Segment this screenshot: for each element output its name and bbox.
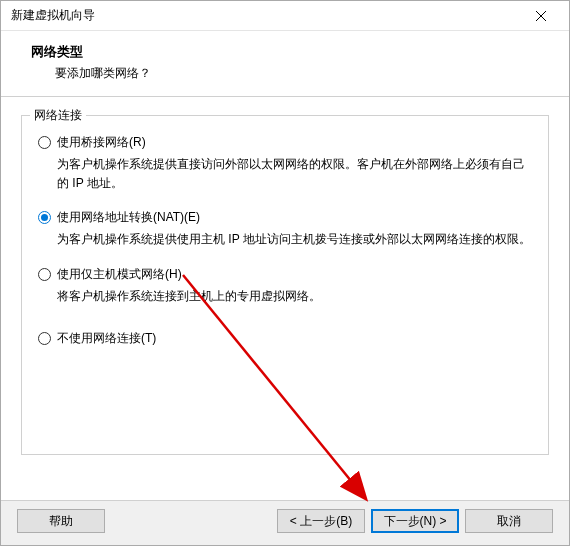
option-nat: 使用网络地址转换(NAT)(E) 为客户机操作系统提供使用主机 IP 地址访问主… <box>38 209 532 249</box>
radio-none[interactable] <box>38 332 51 345</box>
option-nat-desc: 为客户机操作系统提供使用主机 IP 地址访问主机拨号连接或外部以太网网络连接的权… <box>57 230 532 249</box>
wizard-window: 新建虚拟机向导 网络类型 要添加哪类网络？ 网络连接 使用桥接网络(R) 为客户… <box>0 0 570 546</box>
wizard-footer: 帮助 < 上一步(B) 下一步(N) > 取消 <box>1 500 569 545</box>
footer-right: < 上一步(B) 下一步(N) > 取消 <box>277 509 553 533</box>
footer-left: 帮助 <box>17 509 277 533</box>
option-hostonly-desc: 将客户机操作系统连接到主机上的专用虚拟网络。 <box>57 287 532 306</box>
option-bridge-row[interactable]: 使用桥接网络(R) <box>38 134 532 151</box>
cancel-button[interactable]: 取消 <box>465 509 553 533</box>
titlebar: 新建虚拟机向导 <box>1 1 569 31</box>
network-fieldset: 网络连接 使用桥接网络(R) 为客户机操作系统提供直接访问外部以太网网络的权限。… <box>21 115 549 455</box>
wizard-header: 网络类型 要添加哪类网络？ <box>1 31 569 97</box>
header-title: 网络类型 <box>31 43 549 61</box>
option-hostonly-row[interactable]: 使用仅主机模式网络(H) <box>38 266 532 283</box>
option-nat-row[interactable]: 使用网络地址转换(NAT)(E) <box>38 209 532 226</box>
close-button[interactable] <box>521 2 561 30</box>
header-subtitle: 要添加哪类网络？ <box>31 65 549 82</box>
fieldset-label: 网络连接 <box>30 107 86 124</box>
option-hostonly-label: 使用仅主机模式网络(H) <box>57 266 182 283</box>
option-none-label: 不使用网络连接(T) <box>57 330 156 347</box>
radio-hostonly[interactable] <box>38 268 51 281</box>
next-button[interactable]: 下一步(N) > <box>371 509 459 533</box>
radio-bridge[interactable] <box>38 136 51 149</box>
option-nat-label: 使用网络地址转换(NAT)(E) <box>57 209 200 226</box>
help-button[interactable]: 帮助 <box>17 509 105 533</box>
radio-nat[interactable] <box>38 211 51 224</box>
option-bridge-label: 使用桥接网络(R) <box>57 134 146 151</box>
option-none: 不使用网络连接(T) <box>38 330 532 347</box>
option-bridge-desc: 为客户机操作系统提供直接访问外部以太网网络的权限。客户机在外部网络上必须有自己的… <box>57 155 532 193</box>
option-hostonly: 使用仅主机模式网络(H) 将客户机操作系统连接到主机上的专用虚拟网络。 <box>38 266 532 306</box>
wizard-body: 网络连接 使用桥接网络(R) 为客户机操作系统提供直接访问外部以太网网络的权限。… <box>1 97 569 500</box>
back-button[interactable]: < 上一步(B) <box>277 509 365 533</box>
close-icon <box>536 11 546 21</box>
option-none-row[interactable]: 不使用网络连接(T) <box>38 330 532 347</box>
option-bridge: 使用桥接网络(R) 为客户机操作系统提供直接访问外部以太网网络的权限。客户机在外… <box>38 134 532 193</box>
window-title: 新建虚拟机向导 <box>11 7 95 24</box>
